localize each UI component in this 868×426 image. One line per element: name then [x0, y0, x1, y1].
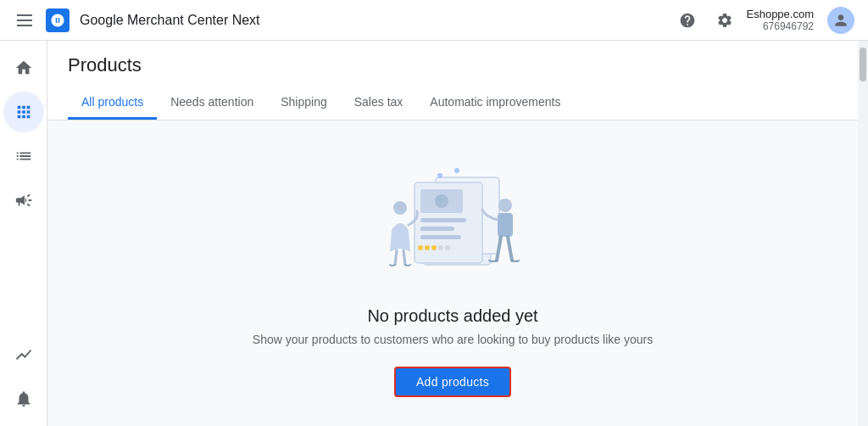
svg-point-15	[435, 194, 448, 208]
sidebar-item-analytics[interactable]	[3, 334, 44, 375]
tab-needs-attention[interactable]: Needs attention	[157, 87, 267, 120]
settings-button[interactable]	[709, 5, 740, 36]
svg-point-23	[445, 245, 450, 250]
svg-point-25	[498, 199, 512, 212]
page-title: Products	[68, 54, 837, 76]
empty-state: No products added yet Show your products…	[47, 121, 858, 426]
add-products-button[interactable]: Add products	[394, 367, 511, 397]
account-info: Eshoppe.com 676946792	[747, 8, 815, 32]
svg-point-20	[425, 245, 430, 250]
svg-point-19	[418, 245, 423, 250]
menu-button[interactable]	[14, 11, 36, 30]
sidebar-item-notifications[interactable]	[3, 378, 44, 419]
svg-point-21	[431, 245, 437, 250]
avatar[interactable]	[827, 7, 854, 34]
account-name: Eshoppe.com	[747, 8, 815, 20]
empty-state-subtitle: Show your products to customers who are …	[253, 333, 653, 346]
svg-point-22	[438, 245, 443, 250]
account-id: 676946792	[763, 20, 814, 32]
svg-rect-16	[420, 218, 466, 222]
svg-point-24	[393, 201, 407, 215]
sidebar-item-products[interactable]	[3, 92, 44, 132]
svg-rect-18	[420, 235, 461, 239]
help-button[interactable]	[672, 5, 703, 36]
scrollbar[interactable]	[858, 41, 868, 426]
logo-icon	[46, 8, 70, 32]
sidebar	[0, 41, 47, 426]
tab-automatic-improvements[interactable]: Automatic improvements	[416, 87, 574, 120]
tab-all-products[interactable]: All products	[68, 87, 157, 120]
header-right: Eshoppe.com 676946792	[672, 5, 855, 36]
tab-shipping[interactable]: Shipping	[267, 87, 341, 120]
sidebar-item-marketing[interactable]	[3, 180, 44, 221]
empty-state-title: No products added yet	[367, 306, 537, 326]
page-header: Products All products Needs attention Sh…	[47, 41, 858, 121]
svg-rect-17	[420, 227, 454, 231]
header: Google Merchant Center Next Eshoppe.com …	[0, 0, 868, 41]
content-area: Products All products Needs attention Sh…	[47, 41, 858, 426]
tabs: All products Needs attention Shipping Sa…	[68, 87, 837, 120]
main-layout: Products All products Needs attention Sh…	[0, 41, 868, 426]
svg-point-28	[454, 168, 459, 173]
svg-rect-26	[498, 213, 513, 237]
sidebar-item-home[interactable]	[3, 48, 44, 88]
header-left: Google Merchant Center Next	[14, 8, 672, 32]
tab-sales-tax[interactable]: Sales tax	[341, 87, 417, 120]
sidebar-item-reports[interactable]	[3, 136, 44, 177]
empty-state-illustration	[359, 150, 546, 286]
app-title: Google Merchant Center Next	[80, 13, 260, 28]
svg-point-27	[437, 173, 442, 178]
scrollbar-thumb[interactable]	[860, 48, 866, 81]
